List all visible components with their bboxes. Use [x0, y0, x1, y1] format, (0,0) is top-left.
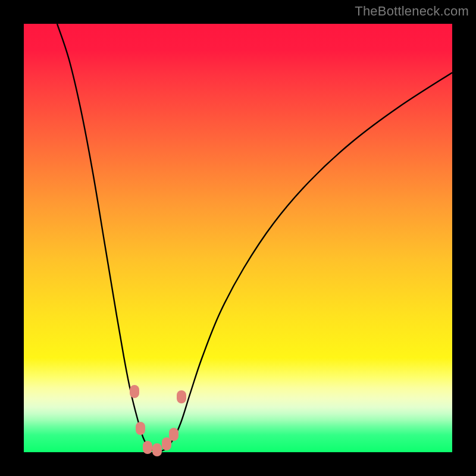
bottleneck-curve	[24, 24, 452, 452]
curve-marker	[152, 443, 162, 456]
curve-marker	[130, 385, 139, 398]
curve-marker	[177, 390, 186, 403]
curve-marker	[169, 428, 178, 441]
curve-path	[57, 24, 452, 452]
watermark-text: TheBottleneck.com	[355, 4, 469, 19]
curve-marker	[136, 422, 145, 435]
gradient-plot-area	[24, 24, 452, 452]
outer-frame: TheBottleneck.com	[0, 0, 476, 476]
curve-marker	[143, 441, 152, 454]
